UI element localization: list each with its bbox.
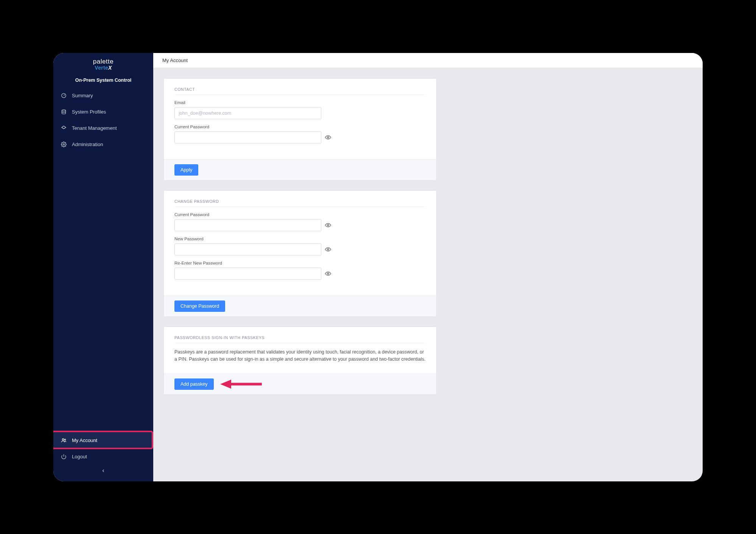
- sidebar-item-label: System Profiles: [72, 109, 106, 115]
- field-email: Email: [174, 100, 426, 119]
- sidebar-bottom-nav: My Account Logout: [53, 432, 153, 481]
- main-content: My Account CONTACT Email Current Passwor…: [153, 53, 703, 481]
- field-current-password: Current Password: [174, 212, 426, 231]
- new-password-input[interactable]: [174, 243, 321, 255]
- panel-change-password: CHANGE PASSWORD Current Password New Pas…: [164, 191, 436, 316]
- svg-point-8: [327, 249, 329, 250]
- current-password-input[interactable]: [174, 219, 321, 231]
- panel-title-change-password: CHANGE PASSWORD: [174, 199, 426, 207]
- eye-icon: [325, 246, 331, 252]
- svg-point-3: [62, 438, 64, 440]
- content-scroll: CONTACT Email Current Password: [153, 68, 703, 416]
- sidebar-collapse-button[interactable]: [100, 467, 107, 475]
- label-reenter-password: Re-Enter New Password: [174, 261, 426, 265]
- toggle-password-visibility[interactable]: [325, 222, 331, 228]
- sidebar-item-label: My Account: [72, 437, 97, 443]
- sidebar-item-administration[interactable]: Administration: [53, 136, 153, 153]
- svg-point-2: [63, 143, 65, 145]
- sidebar: palette VerteX On-Prem System Control Su…: [53, 53, 153, 481]
- page-title: My Account: [162, 58, 188, 63]
- svg-point-1: [62, 109, 66, 111]
- reenter-password-input[interactable]: [174, 268, 321, 280]
- sidebar-item-tenant-management[interactable]: Tenant Management: [53, 120, 153, 136]
- svg-point-7: [327, 224, 329, 226]
- sidebar-nav: Summary System Profiles Tenant Managemen…: [53, 87, 153, 153]
- sidebar-item-label: Summary: [72, 93, 93, 98]
- svg-point-4: [64, 439, 65, 440]
- panel-passkeys: PASSWORDLESS SIGN-IN WITH PASSKEYS Passk…: [164, 327, 436, 395]
- power-icon: [61, 454, 67, 459]
- tenant-icon: [61, 125, 67, 131]
- passkeys-description: Passkeys are a password replacement that…: [174, 349, 426, 363]
- app-window: palette VerteX On-Prem System Control Su…: [53, 53, 703, 481]
- sidebar-item-logout[interactable]: Logout: [53, 448, 153, 465]
- panel-title-contact: CONTACT: [174, 87, 426, 95]
- svg-point-9: [327, 273, 329, 274]
- brand-logo: palette VerteX: [53, 53, 153, 73]
- label-email: Email: [174, 100, 426, 105]
- panel-contact: CONTACT Email Current Password: [164, 79, 436, 180]
- field-reenter-password: Re-Enter New Password: [174, 261, 426, 280]
- page-header: My Account: [153, 53, 703, 68]
- eye-icon: [325, 271, 331, 277]
- sidebar-item-label: Administration: [72, 142, 103, 147]
- sidebar-item-system-profiles[interactable]: System Profiles: [53, 104, 153, 120]
- field-current-password-contact: Current Password: [174, 125, 426, 143]
- email-input[interactable]: [174, 107, 321, 119]
- brand-line2: VerteX: [53, 65, 153, 71]
- change-password-button[interactable]: Change Password: [174, 300, 225, 312]
- toggle-password-visibility[interactable]: [325, 134, 331, 140]
- field-new-password: New Password: [174, 237, 426, 255]
- user-icon: [61, 437, 67, 443]
- database-icon: [61, 109, 67, 115]
- eye-icon: [325, 222, 331, 228]
- sidebar-item-summary[interactable]: Summary: [53, 87, 153, 104]
- toggle-password-visibility[interactable]: [325, 246, 331, 252]
- svg-point-6: [327, 137, 329, 138]
- gear-icon: [61, 142, 67, 147]
- sidebar-item-my-account[interactable]: My Account: [53, 432, 153, 448]
- eye-icon: [325, 134, 331, 140]
- brand-subtitle: On-Prem System Control: [53, 78, 153, 83]
- label-current-password: Current Password: [174, 212, 426, 217]
- label-current-password-contact: Current Password: [174, 125, 426, 129]
- gauge-icon: [61, 93, 67, 98]
- current-password-input-contact[interactable]: [174, 131, 321, 143]
- add-passkey-button[interactable]: Add passkey: [174, 378, 214, 390]
- brand-line1: palette: [53, 58, 153, 65]
- toggle-password-visibility[interactable]: [325, 271, 331, 277]
- sidebar-item-label: Logout: [72, 454, 87, 459]
- chevron-left-icon: [101, 469, 106, 473]
- panel-title-passkeys: PASSWORDLESS SIGN-IN WITH PASSKEYS: [174, 335, 426, 343]
- label-new-password: New Password: [174, 237, 426, 241]
- sidebar-item-label: Tenant Management: [72, 125, 117, 131]
- apply-button[interactable]: Apply: [174, 164, 198, 176]
